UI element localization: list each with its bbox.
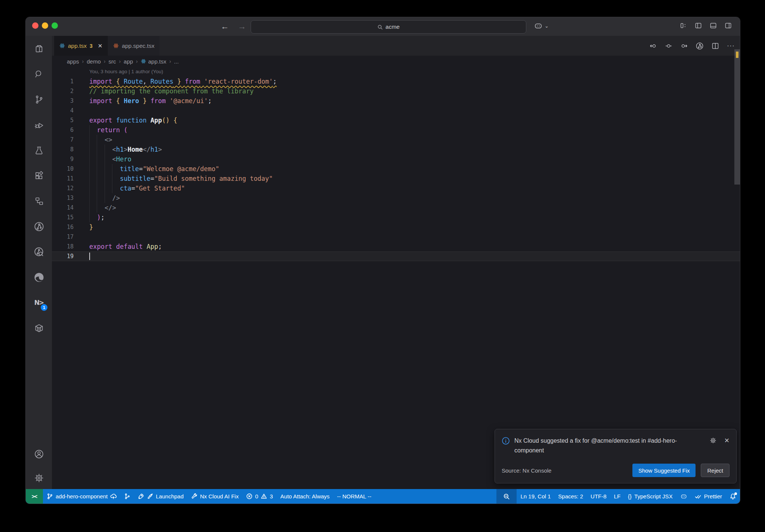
breadcrumb: apps› demo› src› app› app.tsx › ... — [52, 56, 740, 67]
reject-button[interactable]: Reject — [701, 464, 730, 477]
go-forward-icon[interactable] — [680, 42, 688, 50]
chevron-right-icon: › — [136, 58, 138, 64]
react-icon — [113, 43, 119, 49]
go-to-icon[interactable] — [665, 42, 672, 50]
back-arrow-icon: ← — [221, 22, 229, 31]
code-line: 1import { Route, Routes } from 'react-ro… — [52, 77, 740, 86]
edge-browser-icon — [34, 272, 44, 283]
accounts-button[interactable] — [26, 441, 52, 467]
run-project-graph-icon[interactable] — [696, 42, 704, 50]
code-line: 17 — [52, 232, 740, 242]
scrollbar-thumb[interactable] — [734, 49, 740, 185]
sidebar-item-containers[interactable] — [26, 315, 52, 341]
breadcrumb-item[interactable]: src — [108, 58, 116, 65]
warning-count: 3 — [270, 493, 273, 499]
sidebar-item-explorer[interactable] — [26, 36, 52, 61]
auto-attach-item[interactable]: Auto Attach: Always — [277, 489, 334, 504]
navigate-forward-button[interactable]: → — [236, 21, 248, 32]
breadcrumb-item[interactable]: apps — [67, 58, 79, 65]
line-number: 2 — [52, 86, 74, 96]
chevron-right-icon: › — [119, 58, 121, 64]
code-line: 2// importing the component from the lib… — [52, 86, 740, 96]
sidebar-item-extensions[interactable] — [26, 163, 52, 188]
editor-scrollbar[interactable] — [734, 36, 740, 489]
minimize-window-button[interactable] — [42, 22, 48, 29]
notifications-bell-button[interactable] — [726, 489, 740, 504]
sidebar-item-nx-console[interactable]: N> 1 — [26, 290, 52, 315]
line-content: // importing the component from the libr… — [89, 86, 254, 96]
toggle-panel-icon[interactable] — [710, 22, 717, 29]
prettier-status-item[interactable]: Prettier — [691, 489, 726, 504]
rocket-icon — [138, 493, 144, 499]
navigate-back-button[interactable]: ← — [219, 21, 230, 32]
package-icon — [34, 323, 44, 333]
code-line: 12 cta="Get Started" — [52, 183, 740, 193]
code-line: 11 subtitle="Build something amazing tod… — [52, 174, 740, 183]
screen: ← → acme ⌄ — [0, 0, 765, 532]
eol-item[interactable]: LF — [610, 489, 625, 504]
line-content: </> — [89, 203, 116, 213]
sidebar-item-testing[interactable] — [26, 137, 52, 163]
warning-overview-mark — [736, 52, 738, 58]
breadcrumb-file[interactable]: app.tsx — [141, 58, 166, 65]
sidebar-item-source-control[interactable] — [26, 87, 52, 112]
sidebar-item-project-structure[interactable] — [26, 188, 52, 214]
toggle-secondary-sidebar-icon[interactable] — [725, 22, 732, 29]
sidebar-item-search[interactable] — [26, 61, 52, 87]
indent-guide — [89, 125, 90, 222]
breadcrumb-more[interactable]: ... — [174, 58, 179, 65]
close-notification-icon[interactable]: ✕ — [724, 437, 730, 445]
settings-button[interactable] — [26, 467, 52, 489]
chevron-down-icon: ⌄ — [545, 23, 549, 29]
zoom-indicator[interactable] — [496, 489, 517, 504]
sidebar-item-nx-project-graph[interactable] — [26, 214, 52, 239]
chevron-right-icon: › — [169, 58, 171, 64]
vim-mode-indicator: -- NORMAL -- — [333, 489, 375, 504]
fullscreen-window-button[interactable] — [52, 22, 58, 29]
vscode-window: ← → acme ⌄ — [25, 17, 740, 504]
close-window-button[interactable] — [32, 22, 38, 29]
tab-app-spec-tsx[interactable]: app.spec.tsx — [108, 36, 159, 56]
tab-app-tsx[interactable]: app.tsx 3 ✕ — [54, 36, 108, 56]
indent-guide — [112, 164, 112, 193]
nx-cloud-fix-button[interactable]: Nx Cloud AI Fix — [188, 489, 242, 504]
cursor-position-item[interactable]: Ln 19, Col 1 — [517, 489, 554, 504]
copilot-status-button[interactable] — [676, 489, 691, 504]
code-line: 8 <h1>Home</h1> — [52, 145, 740, 154]
line-content: <h1>Home</h1> — [89, 145, 162, 154]
show-suggested-fix-button[interactable]: Show Suggested Fix — [632, 464, 696, 477]
launchpad-button[interactable]: Launchpad — [134, 489, 187, 504]
graph-search-icon — [34, 247, 44, 257]
branch-status-item[interactable]: add-hero-component — [43, 489, 120, 504]
gear-icon — [34, 473, 44, 483]
customize-layout-icon[interactable] — [680, 22, 687, 29]
split-editor-icon[interactable] — [712, 42, 719, 50]
breadcrumb-item[interactable]: demo — [87, 58, 101, 65]
language-mode-item[interactable]: {} TypeScript JSX — [624, 489, 676, 504]
line-content: export function App() { — [89, 115, 177, 125]
go-back-icon[interactable] — [650, 42, 657, 50]
line-number: 4 — [52, 106, 74, 115]
breadcrumb-item[interactable]: app — [124, 58, 133, 65]
command-center-search[interactable]: acme — [251, 20, 526, 34]
close-tab-icon[interactable]: ✕ — [98, 43, 103, 49]
encoding-item[interactable]: UTF-8 — [587, 489, 610, 504]
copilot-menu[interactable]: ⌄ — [534, 21, 549, 30]
line-number: 9 — [52, 154, 74, 164]
git-graph-button[interactable] — [120, 489, 134, 504]
remote-indicator[interactable]: >< — [26, 489, 43, 504]
sidebar-item-run-debug[interactable] — [26, 112, 52, 137]
line-number: 1 — [52, 77, 74, 86]
more-actions-icon[interactable]: ··· — [727, 42, 735, 50]
sidebar-item-nx-graph-search[interactable] — [26, 239, 52, 265]
window-controls — [32, 22, 58, 29]
warning-squiggle: import { Route, Routes } from 'react-rou… — [89, 78, 277, 85]
sidebar-item-edge-browser[interactable] — [26, 265, 52, 290]
code-editor[interactable]: You, 3 hours ago | 1 author (You) 1impor… — [52, 67, 740, 261]
chevron-right-icon: › — [104, 58, 106, 64]
notification-settings-gear-icon[interactable] — [709, 437, 717, 444]
tab-bar: app.tsx 3 ✕ app.spec.tsx ··· — [52, 36, 740, 56]
toggle-primary-sidebar-icon[interactable] — [695, 22, 702, 29]
indentation-item[interactable]: Spaces: 2 — [554, 489, 587, 504]
problems-button[interactable]: 0 3 — [242, 489, 277, 504]
